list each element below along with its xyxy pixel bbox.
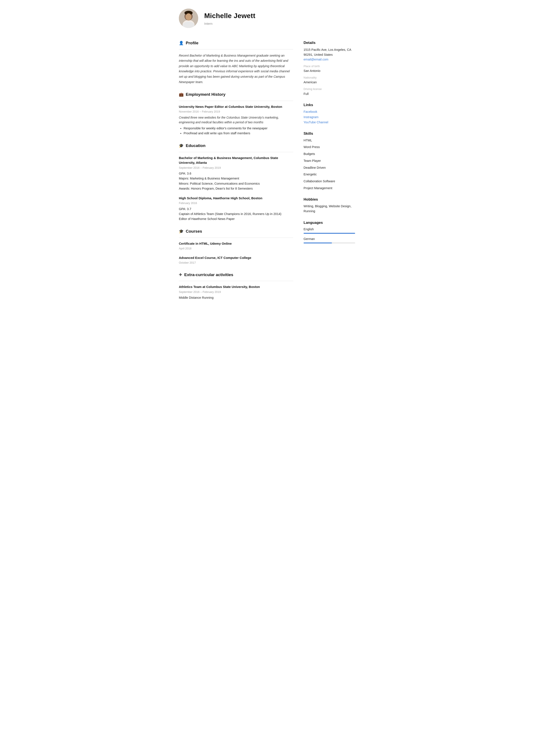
links-title: Links <box>304 102 355 108</box>
hobbies-title: Hobbies <box>304 197 355 202</box>
education-entry-0: Bachelor of Marketing & Business Managem… <box>179 156 293 191</box>
left-column: 👤 Profile Recent Bachelor of Marketing &… <box>179 40 293 307</box>
extracurricular-section: ✈ Extra-curricular activities Athletics … <box>179 272 293 300</box>
place-of-birth-value: San Antonio <box>304 68 355 73</box>
skills-title: Skills <box>304 131 355 136</box>
course-date-0: April 2018 <box>179 246 293 251</box>
education-title-1: High School Diploma, Hawthorne High Scho… <box>179 196 293 201</box>
lang-english-bar-bg <box>304 233 355 234</box>
skill-team-player: Team Player <box>304 159 355 163</box>
edu2-line-0: GPA: 3.7 <box>179 206 293 211</box>
lang-german-bar-bg <box>304 243 355 243</box>
extra-line-0: Middle Distance Running <box>179 295 293 300</box>
profile-text: Recent Bachelor of Marketing & Business … <box>179 53 293 85</box>
nationality-label: Nationality <box>304 75 355 80</box>
extracurricular-date-0: September 2016 – February 2019 <box>179 290 293 294</box>
link-youtube[interactable]: YouTube Channel <box>304 120 355 125</box>
link-facebook[interactable]: Facebook <box>304 110 355 114</box>
place-of-birth-label: Place of birth <box>304 64 355 68</box>
details-section: Details 1515 Pacific Ave, Los Angeles, C… <box>304 40 355 96</box>
employment-divider <box>179 101 293 101</box>
lang-english: English <box>304 227 355 234</box>
edu2-line-2: Editor of Hawthorne School News Paper <box>179 216 293 222</box>
lang-english-bar-fill <box>304 233 355 234</box>
extracurricular-title-0: Athletics Team at Columbus State Univers… <box>179 284 293 289</box>
edu-line-3: Awards: Honors Program, Dean's list for … <box>179 186 293 191</box>
education-section: 🎓 Education Bachelor of Marketing & Busi… <box>179 143 293 222</box>
skill-deadline-driven: Deadline Driven <box>304 166 355 170</box>
extracurricular-section-title: ✈ Extra-curricular activities <box>179 272 293 278</box>
links-section: Links Facebook Instragram YouTube Channe… <box>304 102 355 125</box>
skill-wordpress: Word Press <box>304 145 355 149</box>
lang-german-name: German <box>304 237 355 241</box>
details-title: Details <box>304 40 355 46</box>
employment-desc-0: Created three new websites for the Colum… <box>179 115 293 125</box>
education-icon: 🎓 <box>179 143 184 149</box>
profile-icon: 👤 <box>179 40 184 46</box>
lang-english-name: English <box>304 227 355 232</box>
education-date-1: February 2016 <box>179 201 293 205</box>
courses-icon: 🎓 <box>179 229 184 234</box>
employment-entry-0: University News Paper Editor at Columbus… <box>179 104 293 136</box>
education-entry-1: High School Diploma, Hawthorne High Scho… <box>179 196 293 222</box>
skill-collab-software: Collaboration Software <box>304 179 355 184</box>
skills-section: Skills HTML Word Press Budgets Team Play… <box>304 131 355 191</box>
skill-energetic: Energetic <box>304 172 355 177</box>
course-title-0: Certificate in HTML, Udemy Online <box>179 241 293 246</box>
details-email[interactable]: email@email.com <box>304 57 355 62</box>
courses-section: 🎓 Courses Certificate in HTML, Udemy Onl… <box>179 228 293 265</box>
header-info: Michelle Jewett Intern <box>204 11 255 26</box>
right-column: Details 1515 Pacific Ave, Los Angeles, C… <box>304 40 355 307</box>
skill-budgets: Budgets <box>304 152 355 156</box>
bullet-1: Proofread and edit write ups from staff … <box>184 131 293 136</box>
header: Michelle Jewett Intern <box>179 9 355 32</box>
driving-license-value: Full <box>304 92 355 96</box>
hobbies-text: Writing, Blogging, Website Design, Runni… <box>304 204 355 214</box>
course-entry-0: Certificate in HTML, Udemy Online April … <box>179 241 293 251</box>
languages-section: Languages English German <box>304 220 355 243</box>
edu-line-2: Minors: Political Science, Communication… <box>179 181 293 186</box>
education-section-title: 🎓 Education <box>179 143 293 149</box>
extracurricular-divider <box>179 281 293 281</box>
employment-section-title: 💼 Employment History <box>179 92 293 98</box>
candidate-name: Michelle Jewett <box>204 11 255 21</box>
bullet-0: Responsible for weekly editor's comments… <box>184 126 293 131</box>
employment-title-0: University News Paper Editor at Columbus… <box>179 104 293 109</box>
education-body-0: GPA: 3.6 Majors: Marketing & Business Ma… <box>179 171 293 191</box>
nationality-value: American <box>304 80 355 85</box>
main-layout: 👤 Profile Recent Bachelor of Marketing &… <box>179 40 355 307</box>
svg-point-4 <box>186 14 191 20</box>
lang-german: German <box>304 237 355 243</box>
edu-line-0: GPA: 3.6 <box>179 171 293 176</box>
skill-html: HTML <box>304 138 355 143</box>
lang-german-bar-fill <box>304 243 332 243</box>
profile-section-title: 👤 Profile <box>179 40 293 46</box>
skill-project-mgmt: Project Management <box>304 186 355 191</box>
courses-section-title: 🎓 Courses <box>179 228 293 234</box>
driving-license-label: Driving license <box>304 87 355 91</box>
candidate-title: Intern <box>204 21 255 26</box>
education-divider <box>179 152 293 152</box>
course-entry-1: Advanced Excel Course, ICT Computer Coll… <box>179 256 293 265</box>
employment-bullets-0: Responsible for weekly editor's comments… <box>179 126 293 136</box>
education-body-1: GPA: 3.7 Captain of Athletics Team (Stat… <box>179 206 293 222</box>
course-date-1: October 2017 <box>179 260 293 265</box>
profile-section: 👤 Profile Recent Bachelor of Marketing &… <box>179 40 293 85</box>
languages-title: Languages <box>304 220 355 226</box>
course-title-1: Advanced Excel Course, ICT Computer Coll… <box>179 256 293 260</box>
extracurricular-body-0: Middle Distance Running <box>179 295 293 300</box>
extracurricular-entry-0: Athletics Team at Columbus State Univers… <box>179 284 293 300</box>
hobbies-section: Hobbies Writing, Blogging, Website Desig… <box>304 197 355 214</box>
extracurricular-icon: ✈ <box>179 272 182 278</box>
edu2-line-1: Captain of Athletics Team (State Champio… <box>179 211 293 216</box>
employment-icon: 💼 <box>179 92 184 97</box>
link-instagram[interactable]: Instragram <box>304 115 355 120</box>
details-address: 1515 Pacific Ave, Los Angeles, CA 90291,… <box>304 47 355 57</box>
employment-section: 💼 Employment History University News Pap… <box>179 92 293 136</box>
resume-page: Michelle Jewett Intern 👤 Profile Recent … <box>170 0 364 320</box>
avatar <box>179 9 198 28</box>
education-date-0: September 2016 – February 2019 <box>179 166 293 170</box>
edu-line-1: Majors: Marketing & Business Management <box>179 176 293 181</box>
education-title-0: Bachelor of Marketing & Business Managem… <box>179 156 293 165</box>
employment-date-0: November 2016 – February 2019 <box>179 110 293 114</box>
